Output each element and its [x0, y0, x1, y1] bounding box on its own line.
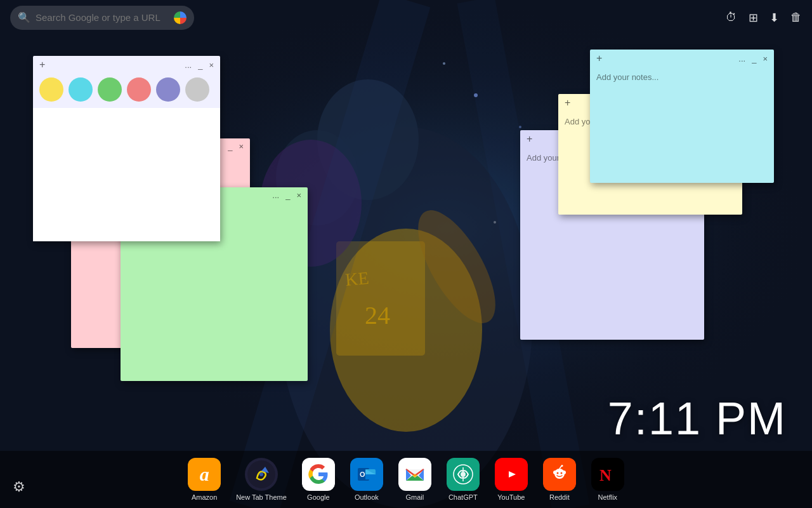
note1-close-button[interactable]: × — [207, 61, 215, 69]
note2-minimize-button[interactable]: _ — [226, 142, 233, 150]
dock-item-gmail[interactable]: Gmail — [398, 458, 431, 501]
swatch-pink[interactable] — [127, 77, 151, 102]
chatgpt-icon — [447, 458, 480, 491]
sticky-note-4: + ... _ × Add your notes... — [590, 50, 774, 183]
youtube-label: YouTube — [497, 493, 525, 501]
newtab-label: New Tab Theme — [236, 493, 287, 501]
note5-add-button[interactable]: + — [563, 98, 572, 108]
google-label: Google — [307, 493, 329, 501]
amazon-icon: a — [188, 458, 221, 491]
svg-text:O: O — [360, 471, 365, 478]
search-box[interactable]: 🔍 — [10, 6, 194, 30]
svg-text:N: N — [599, 466, 612, 485]
clock: 7:11 PM — [608, 392, 787, 444]
youtube-icon — [495, 458, 528, 491]
apps-icon[interactable]: ⊞ — [749, 11, 758, 25]
topbar: 🔍 ⏱ ⊞ ⬇ 🗑 — [0, 0, 812, 35]
svg-point-33 — [553, 471, 557, 474]
outlook-label: Outlook — [355, 493, 379, 501]
outlook-icon: O — [350, 458, 383, 491]
note1-menu-button[interactable]: ... — [183, 61, 193, 69]
note4-close-button[interactable]: × — [761, 55, 769, 63]
note6-add-button[interactable]: + — [525, 134, 534, 144]
dock-item-youtube[interactable]: YouTube — [495, 458, 528, 501]
dock-item-amazon[interactable]: a Amazon — [188, 458, 221, 501]
dock-item-chatgpt[interactable]: ChatGPT — [447, 458, 480, 501]
chatgpt-label: ChatGPT — [449, 493, 478, 501]
dock-item-reddit[interactable]: Reddit — [543, 458, 576, 501]
timer-icon[interactable]: ⏱ — [726, 11, 737, 24]
search-icon: 🔍 — [18, 11, 30, 23]
svg-point-11 — [474, 93, 478, 97]
svg-point-34 — [562, 471, 566, 474]
svg-point-20 — [259, 472, 263, 476]
note3-close-button[interactable]: × — [295, 191, 303, 199]
trash-icon[interactable]: 🗑 — [790, 11, 802, 24]
note2-close-button[interactable]: × — [237, 142, 245, 150]
swatch-gray[interactable] — [185, 77, 209, 102]
svg-rect-24 — [365, 474, 376, 479]
svg-point-38 — [561, 465, 563, 467]
reddit-icon — [543, 458, 576, 491]
note1-header: + ... _ × — [33, 56, 220, 74]
note1-add-button[interactable]: + — [38, 60, 46, 70]
search-input[interactable] — [36, 12, 169, 23]
netflix-label: Netflix — [598, 493, 618, 501]
dock-item-netflix[interactable]: N Netflix — [591, 458, 624, 501]
svg-point-15 — [494, 221, 496, 224]
svg-text:KE: KE — [344, 268, 370, 290]
google-icon — [302, 458, 335, 491]
settings-button[interactable]: ⚙ — [13, 479, 25, 495]
gmail-label: Gmail — [405, 493, 424, 501]
swatch-purple[interactable] — [156, 77, 180, 102]
dock-item-google[interactable]: Google — [302, 458, 335, 501]
svg-text:24: 24 — [365, 301, 390, 330]
note1-body[interactable] — [33, 108, 220, 241]
dock-item-newtab[interactable]: New Tab Theme — [236, 458, 287, 501]
download-icon[interactable]: ⬇ — [769, 11, 779, 25]
note1-minimize-button[interactable]: _ — [197, 61, 204, 69]
note4-add-button[interactable]: + — [595, 53, 603, 64]
dock: a Amazon New Tab Theme Go — [0, 451, 812, 508]
svg-point-35 — [556, 472, 558, 474]
amazon-label: Amazon — [192, 493, 217, 501]
note3-minimize-button[interactable]: _ — [284, 191, 291, 199]
netflix-icon: N — [591, 458, 624, 491]
svg-point-13 — [443, 62, 445, 65]
topbar-right: ⏱ ⊞ ⬇ 🗑 — [726, 11, 802, 25]
svg-point-36 — [560, 472, 562, 474]
newtab-icon — [245, 458, 278, 491]
swatch-cyan[interactable] — [69, 77, 93, 102]
svg-point-12 — [519, 126, 521, 128]
dock-item-outlook[interactable]: O Outlook — [350, 458, 383, 501]
swatch-green[interactable] — [98, 77, 122, 102]
note4-body[interactable]: Add your notes... — [590, 67, 774, 118]
gmail-icon — [398, 458, 431, 491]
google-logo — [174, 11, 187, 24]
note4-menu-button[interactable]: ... — [737, 55, 747, 63]
sticky-note-1: + ... _ × — [33, 56, 220, 241]
svg-point-26 — [461, 472, 466, 477]
note1-color-swatches — [33, 74, 220, 108]
note4-header: + ... _ × — [590, 50, 774, 67]
swatch-yellow[interactable] — [39, 77, 63, 102]
reddit-label: Reddit — [549, 493, 570, 501]
note4-minimize-button[interactable]: _ — [750, 55, 757, 63]
note3-menu-button[interactable]: ... — [271, 191, 280, 199]
